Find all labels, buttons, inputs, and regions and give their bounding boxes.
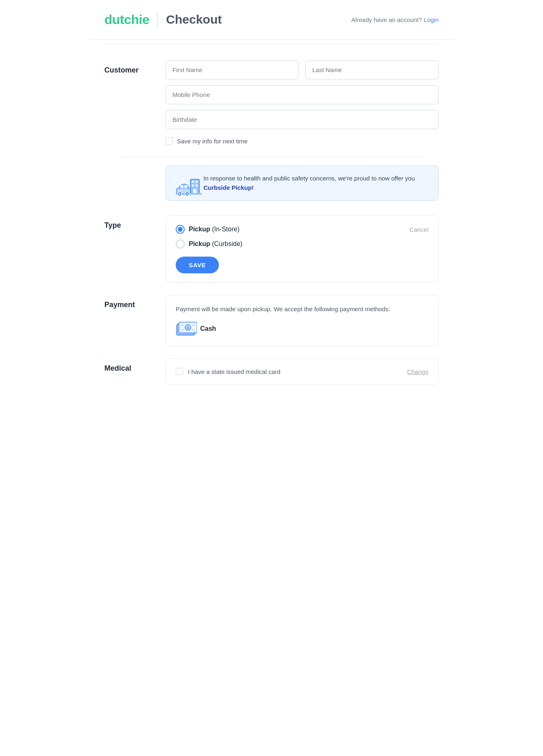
customer-fields: Save my info for next time: [166, 60, 439, 145]
curbside-banner: In response to health and public safety …: [166, 165, 439, 201]
svg-rect-4: [196, 185, 198, 187]
curbside-car-icon: [176, 175, 195, 191]
payment-label: Payment: [104, 295, 153, 309]
payment-method-row: $ Cash: [176, 321, 428, 337]
last-name-input[interactable]: [305, 60, 439, 79]
svg-rect-2: [196, 181, 198, 183]
customer-label: Customer: [104, 60, 153, 75]
svg-rect-8: [180, 185, 183, 188]
save-info-row: Save my info for next time: [166, 137, 439, 145]
type-option1-text: Pickup (In-Store): [189, 226, 239, 233]
type-label: Type: [104, 215, 153, 230]
svg-point-13: [186, 193, 188, 195]
type-section: Type Pickup (In-Store) Cancel: [104, 215, 439, 283]
type-radio-instore-dot: [178, 227, 183, 232]
svg-text:$: $: [187, 326, 189, 330]
curbside-text: In response to health and public safety …: [203, 174, 428, 192]
customer-section: Customer Save my info for next time: [104, 60, 439, 145]
header-left: dutchie Checkout: [104, 11, 222, 28]
svg-rect-1: [192, 181, 194, 183]
mobile-phone-input[interactable]: [166, 85, 439, 104]
type-option1-sub: (In-Store): [210, 226, 239, 233]
page-title: Checkout: [166, 13, 222, 26]
type-option2-text: Pickup (Curbside): [189, 240, 243, 248]
save-info-checkbox[interactable]: [166, 137, 173, 145]
medical-change-link[interactable]: Change: [407, 368, 428, 375]
birthdate-input[interactable]: [166, 110, 439, 129]
type-option1-row: Pickup (In-Store) Cancel: [176, 225, 428, 234]
type-radio-instore[interactable]: [176, 225, 185, 234]
first-name-input[interactable]: [166, 60, 299, 79]
dutchie-logo: dutchie: [104, 12, 149, 27]
payment-text: Payment will be made upon pickup. We acc…: [176, 304, 428, 314]
medical-checkbox-label: I have a state issued medical card: [188, 368, 280, 375]
medical-label: Medical: [104, 358, 153, 373]
medical-checkbox[interactable]: [176, 368, 183, 375]
payment-content: Payment will be made upon pickup. We acc…: [166, 295, 439, 346]
type-option1-bold: Pickup: [189, 226, 210, 233]
svg-point-12: [179, 193, 181, 195]
medical-row: I have a state issued medical card Chang…: [176, 368, 428, 375]
medical-left: I have a state issued medical card: [176, 368, 280, 375]
payment-method-label: Cash: [200, 325, 216, 332]
customer-divider: [121, 157, 422, 157]
curbside-banner-row: In response to health and public safety …: [104, 165, 439, 209]
medical-content: I have a state issued medical card Chang…: [166, 358, 439, 385]
svg-rect-9: [184, 185, 188, 188]
account-text: Already have an account?: [351, 16, 422, 23]
cash-icon: $: [176, 321, 195, 337]
type-cancel-button[interactable]: Cancel: [409, 226, 428, 233]
type-save-button[interactable]: SAVE: [176, 257, 219, 273]
type-option-curbside: Pickup (Curbside): [176, 240, 428, 248]
header: dutchie Checkout Already have an account…: [88, 0, 455, 40]
name-row: [166, 60, 439, 79]
curbside-normal-text: In response to health and public safety …: [203, 175, 415, 182]
medical-section: Medical I have a state issued medical ca…: [104, 358, 439, 385]
save-info-label: Save my info for next time: [177, 138, 247, 145]
type-option2-bold: Pickup: [189, 240, 210, 247]
type-card: Pickup (In-Store) Cancel Pickup (Curbsid…: [166, 215, 439, 283]
type-option2-sub: (Curbside): [210, 240, 242, 247]
main-content: Customer Save my info for next time: [88, 48, 455, 409]
medical-card: I have a state issued medical card Chang…: [166, 358, 439, 385]
header-divider: [157, 11, 158, 28]
payment-section: Payment Payment will be made upon pickup…: [104, 295, 439, 346]
account-prompt: Already have an account? Login: [351, 16, 439, 23]
top-divider: [104, 44, 439, 44]
svg-rect-3: [192, 185, 194, 187]
curbside-bold-text: Curbside Pickup!: [203, 184, 254, 191]
payment-card: Payment will be made upon pickup. We acc…: [166, 295, 439, 346]
login-link[interactable]: Login: [424, 16, 439, 23]
type-content: Pickup (In-Store) Cancel Pickup (Curbsid…: [166, 215, 439, 283]
type-option-instore: Pickup (In-Store): [176, 225, 239, 234]
type-radio-curbside[interactable]: [176, 240, 185, 248]
